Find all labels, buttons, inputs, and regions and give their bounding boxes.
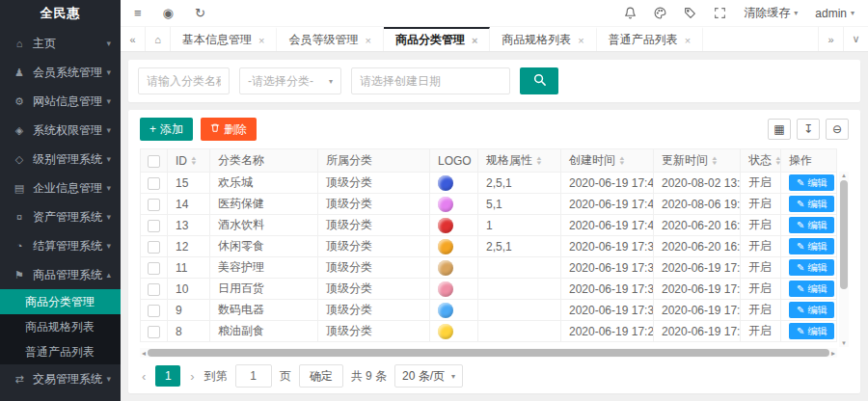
clear-cache-label: 清除缓存	[744, 5, 790, 21]
tab-home-icon[interactable]: ⌂	[146, 27, 171, 51]
scroll-left-arrow-icon[interactable]: ◂	[140, 349, 148, 358]
sidebar-subitem[interactable]: 商品分类管理	[0, 289, 121, 314]
row-select-cell	[141, 173, 168, 194]
search-button[interactable]	[520, 67, 558, 94]
tab-item[interactable]: 会员等级管理×	[277, 27, 383, 51]
sort-icon[interactable]: ▲▼	[619, 156, 625, 166]
edit-button-label: 编辑	[807, 219, 827, 232]
sidebar-item-users[interactable]: ♟会员系统管理▾	[0, 58, 121, 87]
prev-page-icon[interactable]: ‹	[140, 369, 148, 384]
tab-close-icon[interactable]: ×	[578, 35, 583, 46]
row-select-cell	[141, 257, 168, 279]
page-size-select[interactable]: 20 条/页 ▾	[394, 364, 463, 388]
create-date-input[interactable]	[351, 67, 510, 94]
scroll-right-arrow-icon[interactable]: ▸	[829, 349, 837, 358]
tab-close-icon[interactable]: ×	[365, 35, 370, 46]
sort-icon[interactable]: ▲▼	[536, 156, 542, 166]
tab-item[interactable]: 普通产品列表×	[597, 27, 703, 51]
edit-button[interactable]: ✎编辑	[789, 217, 834, 233]
sort-icon[interactable]: ▲▼	[191, 156, 197, 166]
page-jump-input[interactable]	[235, 364, 272, 388]
row-select-cell	[141, 194, 168, 215]
tabs-scroll-left-icon[interactable]: «	[121, 27, 146, 51]
pencil-icon: ✎	[797, 262, 804, 273]
row-checkbox[interactable]	[148, 241, 160, 254]
print-icon[interactable]: ⊖	[826, 119, 849, 140]
add-button[interactable]: + 添加	[140, 118, 193, 141]
tab-close-icon[interactable]: ×	[258, 35, 264, 46]
select-all-checkbox[interactable]	[148, 155, 160, 168]
horizontal-scroll-thumb[interactable]	[148, 349, 829, 357]
row-checkbox[interactable]	[148, 177, 160, 190]
vertical-scroll-thumb[interactable]	[840, 180, 848, 289]
sidebar-item-level[interactable]: ◇级别管理系统▾	[0, 145, 121, 174]
row-checkbox[interactable]	[148, 199, 160, 211]
sidebar-item-label: 系统权限管理	[33, 122, 106, 139]
table-wrap: ID▲▼分类名称所属分类LOGO规格属性▲▼创建时间▲▼更新时间▲▼状态▲▼操作…	[140, 148, 849, 347]
row-checkbox[interactable]	[148, 262, 160, 275]
edit-button[interactable]: ✎编辑	[789, 259, 834, 276]
sidebar-item-trade[interactable]: ⇄交易管理系统▾	[0, 364, 121, 393]
edit-button[interactable]: ✎编辑	[789, 281, 834, 297]
next-page-icon[interactable]: ›	[188, 369, 196, 384]
settlement-icon: ◔	[12, 240, 27, 252]
tab-item[interactable]: 商品分类管理×	[384, 27, 490, 51]
clear-cache-dropdown[interactable]: 清除缓存 ▾	[744, 5, 798, 21]
sidebar-subitem[interactable]: 普通产品列表	[0, 339, 121, 364]
sidebar-item-settle[interactable]: ◔结算管理系统▾	[0, 231, 121, 260]
chevron-down-icon: ▾	[106, 241, 111, 251]
tab-item[interactable]: 基本信息管理×	[171, 27, 277, 51]
page-number-current[interactable]: 1	[155, 365, 180, 387]
sort-icon[interactable]: ▲▼	[775, 156, 781, 166]
edit-button[interactable]: ✎编辑	[789, 196, 834, 212]
globe-icon[interactable]: ◉	[163, 7, 174, 19]
scroll-up-icon[interactable]: ▲	[841, 172, 847, 179]
row-checkbox[interactable]	[148, 220, 160, 232]
table-horizontal-scrollbar[interactable]: ◂ ▸	[140, 348, 837, 358]
sidebar-item-home[interactable]: ⌂主页▾	[0, 29, 121, 58]
tab-close-icon[interactable]: ×	[472, 35, 477, 46]
tab-close-icon[interactable]: ×	[685, 35, 691, 46]
refresh-icon[interactable]: ↻	[195, 7, 205, 19]
notification-bell-icon[interactable]	[624, 7, 637, 19]
export-icon[interactable]: ↧	[797, 119, 820, 140]
category-select[interactable]: -请选择分类- ▾	[239, 67, 341, 94]
edit-button[interactable]: ✎编辑	[789, 238, 834, 254]
sidebar-item-site[interactable]: ⚙网站信息管理▾	[0, 87, 121, 116]
row-checkbox[interactable]	[148, 326, 160, 338]
category-name-input[interactable]	[138, 67, 230, 94]
updated-cell: 2020-06-20 16:24:29	[654, 215, 741, 236]
updated-cell: 2020-06-19 17:38:20	[654, 257, 741, 279]
user-dropdown[interactable]: admin ▾	[815, 7, 854, 20]
delete-button-label: 删除	[224, 121, 247, 138]
app-title: 全民惠	[0, 0, 121, 27]
sidebar-item-shield[interactable]: ◈系统权限管理▾	[0, 116, 121, 145]
row-checkbox[interactable]	[148, 283, 160, 296]
sidebar-item-company[interactable]: ▤企业信息管理▾	[0, 174, 121, 202]
sidebar-subitem[interactable]: 商品规格列表	[0, 314, 121, 339]
sidebar-item-asset[interactable]: ¤资产管理系统▾	[0, 202, 121, 231]
menu-collapse-icon[interactable]: ≡	[134, 7, 142, 19]
edit-button[interactable]: ✎编辑	[789, 174, 834, 191]
created-cell: 2020-06-19 17:42:32	[561, 173, 654, 194]
sidebar-item-goods[interactable]: ⚑商品管理系统▴	[0, 260, 121, 289]
row-checkbox[interactable]	[148, 305, 160, 317]
sidebar-item-label: 资产管理系统	[33, 209, 106, 226]
tabs-scroll-right-icon[interactable]: »	[818, 27, 843, 51]
tab-item[interactable]: 商品规格列表×	[490, 27, 596, 51]
delete-button[interactable]: 删除	[201, 118, 257, 141]
tabs-list-icon[interactable]: ∨	[843, 27, 868, 51]
edit-button[interactable]: ✎编辑	[789, 323, 834, 339]
table-vertical-scrollbar[interactable]: ▲ ▼	[839, 172, 849, 347]
tag-icon[interactable]	[684, 7, 696, 19]
scroll-down-icon[interactable]: ▼	[841, 339, 847, 347]
status-cell: 开启	[741, 236, 781, 257]
theme-palette-icon[interactable]	[654, 7, 666, 19]
confirm-page-button[interactable]: 确定	[299, 364, 343, 388]
id-cell: 8	[168, 321, 210, 342]
edit-button[interactable]: ✎编辑	[789, 302, 834, 318]
filter-columns-icon[interactable]: ▦	[768, 119, 791, 140]
sort-icon[interactable]: ▲▼	[712, 156, 718, 166]
fullscreen-icon[interactable]	[714, 7, 726, 19]
column-header: 操作	[781, 149, 837, 173]
